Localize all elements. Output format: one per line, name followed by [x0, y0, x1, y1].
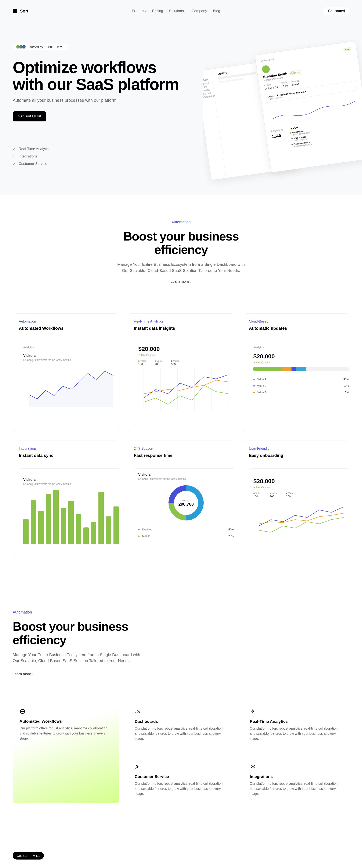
learn-more-link[interactable]: Learn more›: [171, 280, 192, 284]
logo-text: Sort: [20, 9, 28, 13]
check-icon: ✓: [13, 147, 16, 151]
nav-solutions[interactable]: Solutions▾: [169, 9, 186, 13]
section-automation: Automation Boost your business efficienc…: [0, 194, 362, 309]
nav-pricing[interactable]: Pricing: [152, 9, 163, 13]
column-chart: [23, 489, 119, 544]
feature-grid: Automation Automated Workflows Analytics…: [0, 309, 362, 585]
feature-card-onboarding: User-Friendly Easy onboarding $20,000 ↗ …: [243, 440, 349, 559]
chevron-right-icon: ›: [190, 280, 192, 284]
section-subtitle: Manage Your Entire Business Ecosystem fr…: [13, 261, 349, 274]
stat-rows: Value 130% Value 210% Value 35%: [253, 376, 349, 396]
avatar: [22, 45, 26, 49]
chevron-down-icon: ▾: [185, 10, 186, 12]
trust-badge[interactable]: Trusted by 1,000+ users ›: [13, 43, 68, 51]
multi-line-chart: [253, 500, 349, 543]
mockup-profile: Order #8089 Paid Brandon Smith Customer …: [255, 41, 362, 173]
logo[interactable]: Sort: [13, 9, 28, 13]
section-subtitle: Manage Your Entire Business Ecosystem fr…: [13, 652, 173, 664]
analytics-panel: Analytics Visitors Showing total visitor…: [19, 341, 119, 432]
main-nav: Product▾ Pricing Solutions▾ Company Blog: [132, 9, 220, 13]
feature-card: Real-Time Analytics Our platform offers …: [243, 702, 349, 748]
stacked-bar: [253, 367, 349, 371]
header: Sort Product▾ Pricing Solutions▾ Company…: [0, 0, 362, 22]
nav-product[interactable]: Product▾: [132, 9, 146, 13]
avatar-stack: [16, 45, 26, 49]
feature-card: Integrations Our platform offers robust …: [243, 757, 349, 803]
section-tag: Automation: [13, 610, 349, 615]
chevron-right-icon: ›: [65, 46, 65, 48]
section-automation-2: Automation Boost your business efficienc…: [0, 585, 362, 689]
multi-line-chart: [138, 368, 234, 411]
feature-card-integrations: Integrations Instant data sync Visitors …: [13, 440, 119, 559]
section-title: Boost your business efficiency: [13, 620, 140, 647]
line-chart: [23, 365, 119, 407]
feature-card-automation: Automation Automated Workflows Analytics…: [13, 313, 119, 432]
stack-icon: [250, 764, 256, 770]
logo-icon: [13, 9, 18, 13]
mockup-sidebar: Analytics Overview Orders Products Disco…: [203, 69, 226, 180]
text-feature-grid: Automated Workflows Our platform offers …: [0, 689, 362, 816]
hero: Trusted by 1,000+ users › Optimize workf…: [0, 22, 362, 194]
svg-point-11: [136, 766, 138, 767]
feature-card-cloud: Cloud-Based Automatic updates Analytics …: [243, 313, 349, 432]
analytics-panel: $20,000 ↗ 0% Caption Value100 Value200 V…: [249, 468, 349, 559]
feature-card: Dashboards Our platform offers robust an…: [128, 702, 234, 748]
analytics-panel: Analytics $20,000 ↗ 0% Caption Value 130…: [249, 341, 349, 432]
analytics-panel: Visitors Showing total visitors for the …: [19, 468, 119, 559]
nav-company[interactable]: Company: [192, 9, 207, 13]
sparkle-icon: [250, 709, 256, 715]
analytics-panel: Visitors Showing total visitors for the …: [134, 468, 234, 559]
feature-card-support: 24/7 Support Fast response time Visitors…: [128, 440, 234, 559]
nav-blog[interactable]: Blog: [213, 9, 220, 13]
hero-mockup: Analytics Overview Orders Products Disco…: [203, 39, 362, 187]
donut-chart: Visitors 290,760: [167, 484, 205, 522]
learn-more-link[interactable]: Learn more›: [13, 672, 34, 676]
hero-cta-button[interactable]: Get Sort UI Kit: [13, 111, 46, 121]
feature-card: Customer Service Our platform offers rob…: [128, 757, 234, 803]
chevron-right-icon: ›: [32, 672, 34, 676]
gauge-icon: [135, 709, 140, 715]
headset-icon: [135, 764, 140, 770]
feature-card: Automated Workflows Our platform offers …: [13, 702, 119, 803]
section-title: Boost your business efficiency: [13, 229, 349, 257]
analytics-panel: $20,000 ↗ 0% Caption Value100 Value200 V…: [134, 341, 234, 432]
check-icon: ✓: [13, 162, 16, 166]
globe-icon: [20, 708, 25, 714]
section-tag: Automation: [13, 220, 349, 224]
trust-text: Trusted by 1,000+ users: [28, 45, 62, 49]
feature-card-analytics: Real-Time Analytics Instant data insight…: [128, 313, 234, 432]
check-icon: ✓: [13, 154, 16, 159]
chevron-down-icon: ▾: [145, 10, 146, 12]
profile-avatar: [262, 65, 270, 73]
get-started-button[interactable]: Get started: [324, 7, 349, 15]
